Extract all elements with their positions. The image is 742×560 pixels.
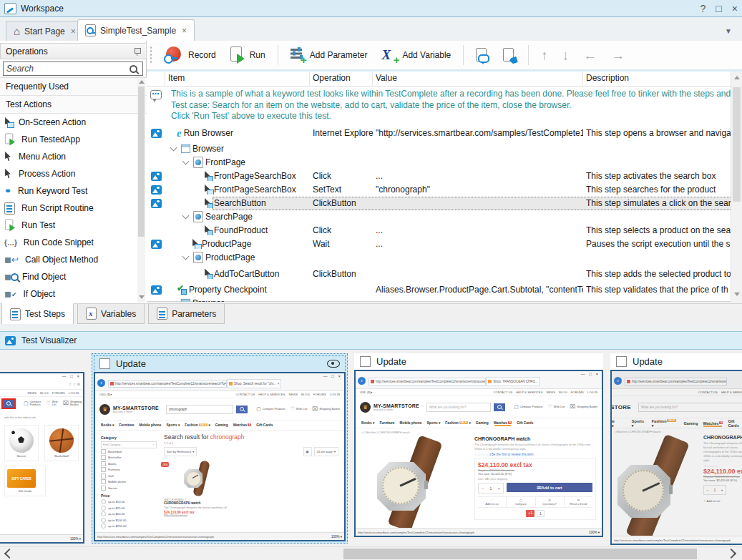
scroll-left-icon[interactable] [4,549,14,559]
nav-item[interactable]: Sports ▾ [426,421,440,425]
mini-link[interactable]: HELP & SERVICES [516,390,542,394]
price-filter[interactable]: up to $100.00 [101,517,157,524]
mini-link[interactable]: LOG IN [330,393,340,396]
visualizer-frame-icon[interactable] [151,172,162,181]
questions-button[interactable]: ✉Questions? [536,497,565,507]
move-left-button[interactable]: ← [579,46,601,64]
category-filter[interactable]: Furniture [101,467,157,473]
mini-link[interactable]: BLOG [40,391,49,395]
visualizer-frame-icon[interactable] [151,129,162,138]
record-button[interactable]: Record [160,44,220,66]
help-button[interactable]: ? [700,3,706,14]
group-row[interactable]: Browser [147,297,742,303]
nav-item[interactable]: Furniture [379,421,394,425]
test-step-row[interactable]: AddToCartButton ClickButton This step ad… [147,265,742,283]
expand-chevron-icon[interactable] [182,212,190,220]
price-filter[interactable]: up to $50.00 [101,511,157,518]
operation-find-object[interactable]: ◼Find Object [0,268,147,285]
visualizer-thumbnail-frontpage[interactable]: — □ × ☆ ☆ ⚙ NEWS BLOG FORUMS LOG IN ▢Com… [0,372,84,544]
grid-scrollbar-thumb[interactable] [733,87,741,202]
category-filter[interactable]: Bestseller [101,455,157,461]
operations-search-input[interactable] [4,64,130,74]
operations-section-test-actions[interactable]: Test Actions [0,96,147,114]
test-step-row-selected[interactable]: SearchButton ClickButton This step simul… [147,197,742,210]
visualizer-thumbnail-search-selected[interactable]: Update — □ × ‹ http://services.smartbear… [92,353,348,544]
grid-header-description[interactable]: Description [583,72,742,86]
grid-vertical-scrollbar[interactable] [731,72,742,302]
tab-overflow-chevron-icon[interactable]: ▼ [725,27,732,35]
edit-description-button[interactable] [499,46,520,65]
review-link[interactable]: Be the first to review this item [492,453,534,456]
shopping-basket-icon[interactable]: ⌧Shopping Basket [570,404,597,410]
product-card-soccer[interactable]: Soccer [4,425,39,461]
wish-list-icon[interactable]: ♡Wish List [548,404,565,410]
mini-back-icon[interactable]: ‹ [358,377,366,385]
wish-list-icon[interactable]: ♡Wish List [291,406,308,412]
mini-link[interactable]: NEWS [27,391,36,395]
group-row[interactable]: SearchPage [147,210,742,224]
mini-link[interactable]: LOG IN [587,390,597,394]
sort-dropdown[interactable]: Sort by Relevance▾ [164,447,197,456]
mini-link[interactable]: NEWS [546,390,555,394]
run-button[interactable]: Run [226,44,270,66]
test-step-row[interactable]: FrontPageSearchBox Click ... This step a… [147,170,742,183]
scroll-up-icon[interactable] [139,80,145,84]
panel-splitter[interactable] [0,324,742,331]
close-button[interactable]: × [732,3,738,14]
operations-section-frequently-used[interactable]: Frequently Used [0,78,147,96]
grid-header-operation[interactable]: Operation [310,72,373,86]
tab-simpletest-close-icon[interactable]: × [182,26,187,36]
nav-item[interactable]: Mobile phone [139,423,161,427]
tab-parameters[interactable]: Parameters [148,304,225,324]
test-visualizer-header[interactable]: Test Visualizer [0,331,742,350]
product-card-giftcards[interactable]: GIFT CARDS Gift Cards [4,466,46,496]
mini-link[interactable]: HELP & SERVICES [258,393,285,396]
mini-link[interactable]: NEWS [288,393,298,396]
compare-products-icon[interactable]: ▢Compare Products [24,401,41,406]
mini-search-input[interactable]: What are you looking for? [426,403,491,412]
mini-back-icon[interactable]: ‹ [97,379,105,387]
update-checkbox[interactable] [360,356,371,367]
card-name[interactable]: CHRONOGRAPH watch [164,501,230,505]
nav-item[interactable]: Books ▾ [101,423,114,427]
test-step-row[interactable]: eRun Browser Internet Explorer "http://s… [147,124,742,142]
tab-variables[interactable]: Variables [77,304,145,324]
visualizer-thumbnail-product-zoom[interactable]: Update ‹ http://services.smartbear.com/s… [610,353,742,545]
category-filter[interactable]: Soccer [101,485,157,491]
operations-search-box[interactable] [3,62,143,76]
visualizer-frame-icon[interactable] [151,240,162,249]
tab-test-steps[interactable]: Test Steps [1,303,74,325]
email-friend-button[interactable]: ✉Email a friend [565,497,592,507]
nav-item-watches[interactable]: Watches9 [494,421,512,425]
product-card-basketball[interactable]: Basketball [44,425,79,461]
nav-item[interactable]: Gift Cards [517,421,533,425]
nav-item[interactable]: Furniture [119,423,134,427]
add-parameter-button[interactable]: + Add Parameter [286,45,372,65]
mini-link[interactable]: CONTACT US [494,390,513,394]
checkpoint-row[interactable]: Property Checkpoint Aliases.Browser.Prod… [147,283,742,297]
add-variable-button[interactable]: X+ Add Variable [377,45,455,65]
nav-item[interactable]: Books ▾ [361,421,374,425]
operation-run-test[interactable]: Run Test [0,217,147,234]
test-step-row[interactable]: FoundProduct Click ... This step selects… [147,224,742,237]
view-toggle[interactable]: ▦ [303,447,312,456]
mini-link[interactable]: FORUMS [52,391,65,395]
mini-browser-tab[interactable]: Shop. TRANSOCEAN CHRO... × [486,377,540,386]
scroll-right-icon[interactable] [726,549,736,559]
operation-menu-action[interactable]: Menu Action [0,148,147,165]
operation-if-object[interactable]: ◼✔If Object [0,285,147,303]
scroll-up-icon[interactable] [734,76,740,79]
compare-button[interactable]: ▢Compare [507,497,535,507]
mini-search-button[interactable] [494,403,505,411]
visualizer-frame-icon[interactable] [151,285,162,295]
nav-item[interactable]: Gaming [476,421,489,425]
group-row[interactable]: Browser [147,142,742,156]
mini-link[interactable]: CONTACT US [236,393,255,396]
nav-item[interactable]: FashionSALE ▾ [185,423,210,427]
tab-start-page-close-icon[interactable]: × [71,26,76,36]
tab-start-page[interactable]: ⌂ Start Page × [6,21,84,41]
visualizer-horizontal-scrollbar[interactable] [0,546,742,560]
scroll-down-icon[interactable] [734,293,740,296]
compare-products-icon[interactable]: ▢Compare Products [256,406,285,412]
category-filter[interactable]: Golf [101,473,157,479]
